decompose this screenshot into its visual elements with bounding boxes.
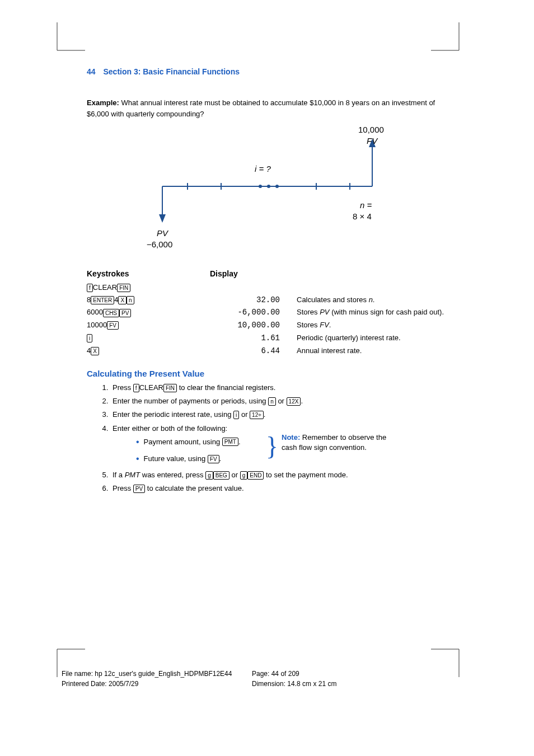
list-item: If a PMT was entered, press gBEG or gEND… bbox=[110, 470, 456, 480]
svg-marker-17 bbox=[159, 214, 166, 223]
footer-page: Page: 44 of 209 bbox=[252, 669, 336, 679]
key-f: f bbox=[87, 284, 93, 292]
brace-icon: } bbox=[266, 435, 278, 458]
diagram-fv-label: FV bbox=[367, 136, 377, 145]
key-f: f bbox=[133, 384, 139, 392]
example-paragraph: Example: What annual interest rate must … bbox=[87, 97, 456, 119]
key-n: n bbox=[268, 397, 276, 406]
key-fin: FIN bbox=[163, 384, 177, 392]
key-12div: 12÷ bbox=[250, 411, 264, 419]
key-i: i bbox=[233, 411, 239, 419]
key-12x: 12X bbox=[287, 397, 301, 406]
key-enter: ENTER bbox=[91, 296, 114, 304]
key-g: g bbox=[205, 471, 213, 480]
key-pmt: PMT bbox=[222, 438, 238, 446]
key-pv: PV bbox=[119, 309, 131, 317]
table-row: 6000CHSPV -6,000.00 Stores PV (with minu… bbox=[87, 307, 456, 318]
list-item: Enter the periodic interest rate, using … bbox=[110, 410, 456, 420]
note-box: Note: Remember to observe the cash flow … bbox=[282, 433, 394, 453]
table-row: 10000FV 10,000.00 Stores FV. bbox=[87, 320, 456, 331]
page-number: 44 bbox=[87, 67, 96, 76]
page-footer: File name: hp 12c_user's guide_English_H… bbox=[62, 669, 336, 689]
key-beg: BEG bbox=[213, 471, 229, 480]
key-fv: FV bbox=[107, 321, 119, 330]
diagram-n-label: n = bbox=[360, 200, 372, 210]
list-item: Enter the number of payments or periods,… bbox=[110, 396, 456, 406]
key-chs: CHS bbox=[103, 309, 119, 317]
steps-list: Press fCLEARFIN to clear the financial r… bbox=[110, 383, 456, 494]
footer-dimension: Dimension: 14.8 cm x 21 cm bbox=[252, 679, 336, 689]
table-header: Keystrokes Display bbox=[87, 269, 456, 278]
key-fin: FIN bbox=[117, 284, 130, 292]
key-fv: FV bbox=[208, 455, 219, 463]
key-x: X bbox=[118, 296, 127, 304]
bullet-item: •Future value, using FV. bbox=[136, 453, 456, 465]
table-row: fCLEARFIN bbox=[87, 283, 456, 293]
example-text: What annual interest rate must be obtain… bbox=[87, 98, 435, 118]
svg-point-13 bbox=[259, 185, 262, 188]
list-item: Enter either or both of the following: •… bbox=[110, 424, 456, 466]
cashflow-diagram: 10,000 FV i = ? n = 8 × 4 PV −6,000 bbox=[92, 125, 439, 265]
diagram-n-value: 8 × 4 bbox=[353, 212, 372, 221]
key-pv: PV bbox=[133, 485, 145, 493]
diagram-pv-label: PV bbox=[157, 228, 168, 238]
list-item: Press PV to calculate the present value. bbox=[110, 483, 456, 494]
svg-point-14 bbox=[267, 185, 270, 188]
table-row: 8ENTER4Xn 32.00 Calculates and stores n. bbox=[87, 295, 456, 306]
diagram-pv-value: −6,000 bbox=[147, 240, 172, 249]
key-end: END bbox=[247, 471, 264, 480]
diagram-fv-value: 10,000 bbox=[358, 125, 384, 134]
footer-date: Printered Date: 2005/7/29 bbox=[62, 679, 252, 689]
key-g: g bbox=[240, 471, 248, 480]
bullet-icon: • bbox=[136, 437, 139, 447]
table-row: i 1.61 Periodic (quarterly) interest rat… bbox=[87, 333, 456, 344]
section-heading: Calculating the Present Value bbox=[87, 369, 456, 378]
key-x: X bbox=[91, 347, 99, 355]
key-n: n bbox=[127, 296, 134, 304]
header-display: Display bbox=[210, 269, 297, 278]
page-header: 44 Section 3: Basic Financial Functions bbox=[87, 67, 456, 76]
table-row: 4X 6.44 Annual interest rate. bbox=[87, 346, 456, 356]
section-title: Section 3: Basic Financial Functions bbox=[103, 67, 240, 76]
header-keystrokes: Keystrokes bbox=[87, 269, 210, 278]
svg-point-15 bbox=[275, 185, 279, 188]
diagram-i-label: i = ? bbox=[255, 164, 271, 173]
list-item: Press fCLEARFIN to clear the financial r… bbox=[110, 383, 456, 393]
footer-filename: File name: hp 12c_user's guide_English_H… bbox=[62, 669, 252, 679]
example-label: Example: bbox=[87, 98, 119, 107]
key-i: i bbox=[87, 334, 92, 342]
bullet-icon: • bbox=[136, 454, 139, 463]
